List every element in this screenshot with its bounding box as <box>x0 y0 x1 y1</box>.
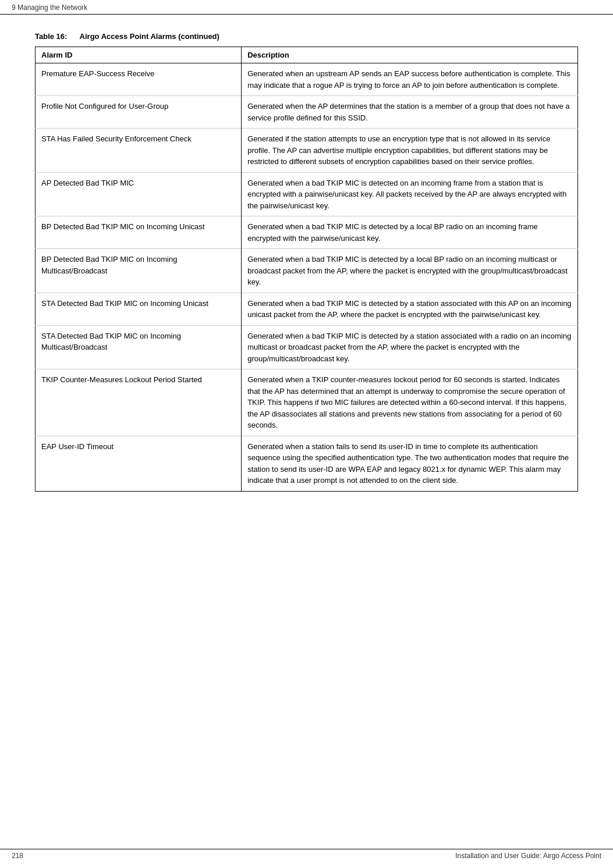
alarm-id-cell: BP Detected Bad TKIP MIC on Incoming Uni… <box>36 216 242 249</box>
description-cell: Generated when a station fails to send i… <box>242 436 578 491</box>
table-row: STA Detected Bad TKIP MIC on Incoming Mu… <box>36 325 578 369</box>
description-cell: Generated when a bad TKIP MIC is detecte… <box>242 293 578 325</box>
description-cell: Generated when the AP determines that th… <box>242 96 578 129</box>
alarm-id-cell: Profile Not Configured for User-Group <box>36 96 242 129</box>
header-left: 9 Managing the Network <box>12 3 87 12</box>
col2-header: Description <box>242 47 578 63</box>
alarm-id-cell: Premature EAP-Success Receive <box>36 63 242 96</box>
table-row: AP Detected Bad TKIP MICGenerated when a… <box>36 172 578 216</box>
alarm-id-cell: STA Detected Bad TKIP MIC on Incoming Un… <box>36 293 242 325</box>
table-row: EAP User-ID TimeoutGenerated when a stat… <box>36 436 578 491</box>
table-header-row: Alarm ID Description <box>36 47 578 63</box>
table-number: Table 16: <box>35 32 67 41</box>
table-row: Premature EAP-Success ReceiveGenerated w… <box>36 63 578 96</box>
description-cell: Generated when an upstream AP sends an E… <box>242 63 578 96</box>
alarms-table: Alarm ID Description Premature EAP-Succe… <box>35 47 578 492</box>
alarm-id-cell: BP Detected Bad TKIP MIC on Incoming Mul… <box>36 249 242 293</box>
description-cell: Generated if the station attempts to use… <box>242 129 578 173</box>
footer-page-number: 218 <box>12 852 23 860</box>
table-row: STA Has Failed Security Enforcement Chec… <box>36 129 578 173</box>
footer-right: Installation and User Guide: Airgo Acces… <box>455 852 601 860</box>
description-cell: Generated when a bad TKIP MIC is detecte… <box>242 172 578 216</box>
page-header: 9 Managing the Network <box>0 0 613 15</box>
alarm-id-cell: STA Detected Bad TKIP MIC on Incoming Mu… <box>36 325 242 369</box>
description-cell: Generated when a bad TKIP MIC is detecte… <box>242 249 578 293</box>
table-row: BP Detected Bad TKIP MIC on Incoming Mul… <box>36 249 578 293</box>
col1-header: Alarm ID <box>36 47 242 63</box>
alarm-id-cell: TKIP Counter-Measures Lockout Period Sta… <box>36 369 242 436</box>
page-content: Table 16: Airgo Access Point Alarms (con… <box>0 15 613 515</box>
table-row: Profile Not Configured for User-GroupGen… <box>36 96 578 129</box>
table-row: TKIP Counter-Measures Lockout Period Sta… <box>36 369 578 436</box>
description-cell: Generated when a TKIP counter-measures l… <box>242 369 578 436</box>
description-cell: Generated when a bad TKIP MIC is detecte… <box>242 325 578 369</box>
page-footer: 218 Installation and User Guide: Airgo A… <box>0 849 613 862</box>
description-cell: Generated when a bad TKIP MIC is detecte… <box>242 216 578 249</box>
table-title: Table 16: Airgo Access Point Alarms (con… <box>35 32 578 41</box>
table-row: BP Detected Bad TKIP MIC on Incoming Uni… <box>36 216 578 249</box>
alarm-id-cell: STA Has Failed Security Enforcement Chec… <box>36 129 242 173</box>
table-title-text: Airgo Access Point Alarms (continued) <box>80 32 219 41</box>
alarm-id-cell: EAP User-ID Timeout <box>36 436 242 491</box>
table-row: STA Detected Bad TKIP MIC on Incoming Un… <box>36 293 578 325</box>
alarm-id-cell: AP Detected Bad TKIP MIC <box>36 172 242 216</box>
